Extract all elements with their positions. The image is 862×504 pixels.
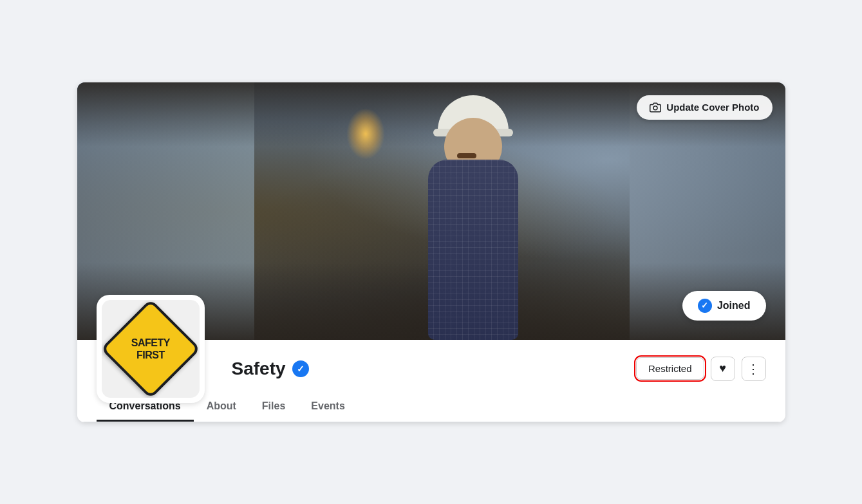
light-spot (346, 108, 385, 160)
heart-icon: ♥ (719, 362, 726, 375)
safety-first-sign: SAFETY FIRST (102, 300, 200, 398)
joined-check-icon: ✓ (698, 299, 712, 313)
verified-badge: ✓ (292, 360, 309, 377)
group-avatar: SAFETY FIRST (97, 295, 205, 403)
tab-events-label: Events (311, 400, 344, 411)
update-cover-label: Update Cover Photo (666, 102, 759, 113)
camera-icon (650, 102, 661, 113)
person-body (428, 160, 518, 340)
profile-section: SAFETY FIRST Safety ✓ Restricted ♥ (77, 340, 785, 422)
person-mustache (457, 153, 476, 158)
restricted-button[interactable]: Restricted (636, 357, 704, 380)
name-actions: Restricted ♥ ⋮ (636, 357, 766, 381)
more-options-button[interactable]: ⋮ (742, 357, 766, 381)
joined-button[interactable]: ✓ Joined (682, 291, 766, 321)
safety-sign-line2: FIRST (136, 350, 165, 360)
svg-point-0 (653, 106, 657, 109)
tab-files-label: Files (262, 400, 285, 411)
safety-sign-text: SAFETY FIRST (131, 336, 169, 360)
tab-about-label: About (207, 400, 236, 411)
tab-files[interactable]: Files (249, 393, 298, 422)
joined-label: Joined (717, 300, 751, 312)
group-name: Safety (232, 359, 286, 379)
person-figure (409, 115, 538, 340)
name-left: Safety ✓ (232, 359, 309, 379)
avatar-inner: SAFETY FIRST (102, 300, 200, 398)
update-cover-photo-button[interactable]: Update Cover Photo (637, 95, 772, 120)
heart-button[interactable]: ♥ (711, 357, 735, 381)
more-icon: ⋮ (747, 361, 760, 377)
safety-sign-line1: SAFETY (131, 337, 169, 348)
group-page: Update Cover Photo ✓ Joined SAFETY FIRST (77, 82, 785, 422)
tab-events[interactable]: Events (298, 393, 357, 422)
restricted-label: Restricted (648, 363, 692, 374)
